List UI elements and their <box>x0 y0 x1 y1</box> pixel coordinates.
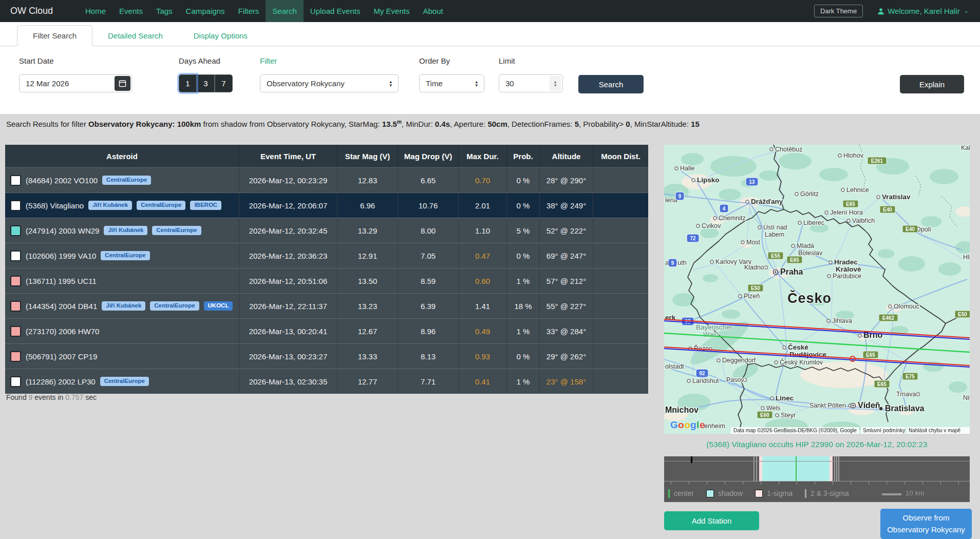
user-menu[interactable]: Welcome, Karel Halir ⌄ <box>877 7 969 15</box>
dark-theme-button[interactable]: Dark Theme <box>814 5 863 17</box>
row-checkbox[interactable] <box>10 276 21 286</box>
tag-iberoc[interactable]: IBEROC <box>190 201 221 210</box>
tag-ji-kub-nek[interactable]: Jiří Kubánek <box>102 301 145 311</box>
nav-item-my-events[interactable]: My Events <box>367 0 416 22</box>
row-checkbox[interactable] <box>10 251 21 261</box>
map-label-jihlava: Jihlava <box>832 317 852 324</box>
map-label-olomouc: Olomouc <box>894 303 919 310</box>
tag-ukocl[interactable]: UKOCL <box>204 301 233 311</box>
asteroid-cell: (247914) 2003 WN29Jiří KubánekCentralEur… <box>5 218 239 243</box>
tag-centraleurope[interactable]: CentralEurope <box>100 377 149 386</box>
asteroid-name: (112286) 2002 LP30 <box>26 377 96 386</box>
order-by-select[interactable]: Time ▴▾ <box>419 74 484 92</box>
nav-item-events[interactable]: Events <box>112 0 149 22</box>
legend-bar-icon <box>668 489 670 498</box>
svg-text:l: l <box>696 419 699 430</box>
row-checkbox[interactable] <box>10 225 21 236</box>
attribution-terms[interactable]: Smluvní podmínky <box>863 428 905 433</box>
star-mag: 12.77 <box>337 369 398 394</box>
tag-centraleurope[interactable]: CentralEurope <box>102 176 151 185</box>
altitude: 28° @ 290° <box>540 168 593 192</box>
probability: 0 % <box>507 193 540 218</box>
nav-item-filters[interactable]: Filters <box>231 0 266 22</box>
days-ahead-option-7[interactable]: 7 <box>215 74 233 92</box>
table-row[interactable]: (102606) 1999 VA10CentralEurope2026-Mar-… <box>5 243 648 268</box>
observe-button[interactable]: Observe from Observatory Rokycany <box>880 509 972 539</box>
tab-display-options[interactable]: Display Options <box>178 26 263 46</box>
column-header-altitude: Altitude <box>540 145 593 167</box>
city-dot <box>841 188 844 191</box>
nav-item-home[interactable]: Home <box>79 0 112 22</box>
limit-input[interactable] <box>499 79 550 88</box>
navbar: OW Cloud HomeEventsTagsCampaignsFiltersS… <box>0 0 980 22</box>
tab-filter-search[interactable]: Filter Search <box>17 25 92 46</box>
map-label-lipsko: Lipsko <box>697 176 720 184</box>
row-checkbox[interactable] <box>10 376 21 387</box>
row-checkbox[interactable] <box>10 326 21 337</box>
map-panel[interactable]: ChotěbuzHlohovKaliHalleLipskoGörlitzLehn… <box>664 145 970 434</box>
road-shield-label: E462 <box>882 315 895 321</box>
row-checkbox[interactable] <box>10 175 21 186</box>
row-checkbox[interactable] <box>10 351 21 362</box>
nav-item-upload-events[interactable]: Upload Events <box>304 0 367 22</box>
moon-dist <box>593 243 648 268</box>
search-button[interactable]: Search <box>578 75 644 93</box>
map-label-liberec: Liberec <box>803 219 824 226</box>
event-time: 2026-Mar-12, 20:32:45 <box>239 218 337 243</box>
altitude: 57° @ 212° <box>540 268 593 293</box>
table-row[interactable]: (5368) VitaglianoJiří KubánekCentralEuro… <box>5 192 648 218</box>
nav-item-about[interactable]: About <box>416 0 449 22</box>
elapsed-time: 0.757 <box>65 393 83 401</box>
road-shield-label: E40 <box>906 226 915 232</box>
probability: 1 % <box>507 319 540 343</box>
axis-tick <box>689 482 689 485</box>
nav-item-campaigns[interactable]: Campaigns <box>179 0 232 22</box>
add-station-button[interactable]: Add Station <box>664 511 759 530</box>
tag-centraleurope[interactable]: CentralEurope <box>137 201 185 210</box>
svg-text:e: e <box>700 419 705 430</box>
star-mag: 12.67 <box>337 319 398 343</box>
days-ahead-buttons: 137 <box>179 74 233 92</box>
summary-segment: 0 <box>626 120 630 128</box>
map-caption[interactable]: (5368) Vitagliano occults HIP 22990 on 2… <box>664 440 970 449</box>
map-label-boleslav: Boleslav <box>798 249 823 257</box>
nav-item-search[interactable]: Search <box>266 0 304 22</box>
filter-label[interactable]: Filter <box>260 56 399 66</box>
table-row[interactable]: (84684) 2002 VO100CentralEurope2026-Mar-… <box>5 167 648 192</box>
max-dur: 0.47 <box>459 243 507 268</box>
tag-centraleurope[interactable]: CentralEurope <box>150 301 199 311</box>
nav-item-tags[interactable]: Tags <box>149 0 179 22</box>
sigma-line <box>753 456 755 481</box>
explain-button[interactable]: Explain <box>900 75 964 93</box>
table-row[interactable]: (273170) 2006 HW702026-Mar-13, 00:20:411… <box>5 318 648 343</box>
event-time: 2026-Mar-13, 00:20:41 <box>239 319 337 343</box>
table-row[interactable]: (247914) 2003 WN29Jiří KubánekCentralEur… <box>5 218 648 243</box>
sigma-line <box>834 456 835 481</box>
row-checkbox[interactable] <box>10 200 21 211</box>
column-header-event-time-ut: Event Time, UT <box>239 145 337 167</box>
asteroid-name: (136711) 1995 UC11 <box>26 277 97 285</box>
days-ahead-option-3[interactable]: 3 <box>197 74 215 92</box>
number-spinner[interactable]: ▴▾ <box>550 76 561 91</box>
city-dot <box>765 266 768 269</box>
table-row[interactable]: (506791) 2007 CP192026-Mar-13, 00:23:271… <box>5 343 648 369</box>
tag-ji-kub-nek[interactable]: Jiří Kubánek <box>104 226 147 235</box>
table-row[interactable]: (136711) 1995 UC112026-Mar-12, 20:51:061… <box>5 268 648 293</box>
calendar-button[interactable] <box>115 76 130 91</box>
start-date-input[interactable] <box>20 79 115 88</box>
table-row[interactable]: (112286) 2002 LP30CentralEurope2026-Mar-… <box>5 369 648 394</box>
attribution-report[interactable]: Nahlásit chybu v mapě <box>909 428 961 433</box>
days-ahead-option-1[interactable]: 1 <box>179 74 197 92</box>
app-brand: OW Cloud <box>10 0 53 22</box>
order-by-group: Order By Time ▴▾ <box>419 56 484 92</box>
tag-centraleurope[interactable]: CentralEurope <box>152 226 201 235</box>
tag-centraleurope[interactable]: CentralEurope <box>101 251 149 260</box>
table-row[interactable]: (144354) 2004 DB41Jiří KubánekCentralEur… <box>5 293 648 318</box>
shadow-strip[interactable]: centershadow1-sigma2 & 3-sigma 10 km <box>664 456 970 502</box>
tab-detailed-search[interactable]: Detailed Search <box>92 26 178 46</box>
filter-select[interactable]: Observatory Rokycany ▴▾ <box>260 74 399 92</box>
probability: 0 % <box>507 344 540 369</box>
row-checkbox[interactable] <box>10 301 21 312</box>
altitude: 33° @ 284° <box>540 319 593 343</box>
tag-ji-kub-nek[interactable]: Jiří Kubánek <box>88 201 132 210</box>
